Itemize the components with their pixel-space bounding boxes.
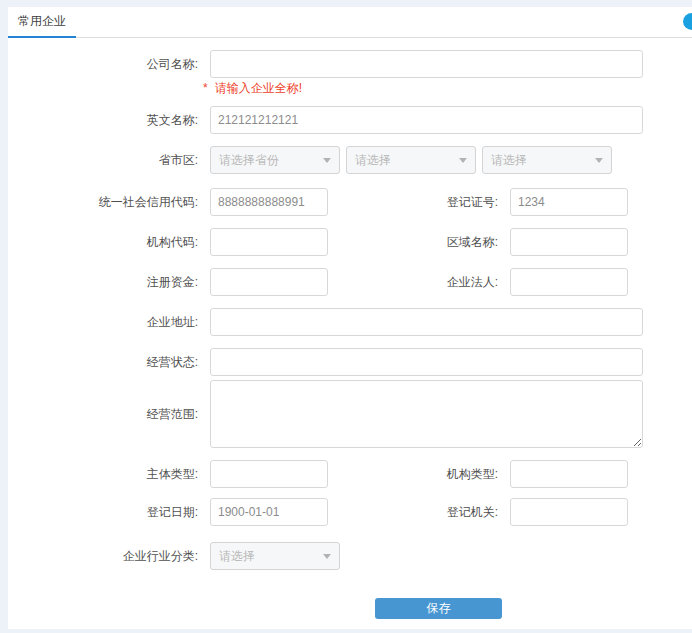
chevron-down-icon [459, 158, 467, 163]
industry-category-placeholder: 请选择 [219, 548, 255, 565]
district-select[interactable]: 请选择 [482, 146, 612, 174]
registration-date-label: 登记日期: [8, 504, 210, 521]
registered-capital-row: 注册资金: 企业法人: [8, 268, 692, 296]
business-scope-label: 经营范围: [8, 406, 210, 423]
subject-type-label: 主体类型: [8, 466, 210, 483]
industry-category-row: 企业行业分类: 请选择 [8, 542, 692, 570]
registered-capital-label: 注册资金: [8, 274, 210, 291]
registration-authority-input[interactable] [510, 498, 628, 526]
credit-code-row: 统一社会信用代码: 登记证号: [8, 188, 692, 216]
english-name-input[interactable] [210, 106, 643, 134]
registration-authority-label: 登记机关: [328, 504, 510, 521]
chevron-down-icon [595, 158, 603, 163]
legal-person-label: 企业法人: [328, 274, 510, 291]
business-status-label: 经营状态: [8, 354, 210, 371]
tab-bar: 常用企业 [8, 7, 692, 38]
company-name-row: 公司名称: [8, 50, 692, 78]
registration-no-input[interactable] [510, 188, 628, 216]
district-select-placeholder: 请选择 [491, 152, 527, 169]
registration-date-row: 登记日期: 登记机关: [8, 498, 692, 526]
chevron-down-icon [323, 554, 331, 559]
save-button[interactable]: 保存 [375, 598, 502, 619]
credit-code-input[interactable] [210, 188, 328, 216]
business-status-input[interactable] [210, 348, 643, 376]
registration-no-label: 登记证号: [328, 194, 510, 211]
area-name-label: 区域名称: [328, 234, 510, 251]
company-name-error: * 请输入企业全称! [8, 80, 692, 96]
company-name-error-text: 请输入企业全称! [215, 80, 302, 97]
business-scope-textarea[interactable] [210, 380, 643, 448]
province-select-placeholder: 请选择省份 [219, 152, 279, 169]
credit-code-label: 统一社会信用代码: [8, 194, 210, 211]
address-row: 企业地址: [8, 308, 692, 336]
enterprise-form-panel: 常用企业 公司名称: * 请输入企业全称! 英文名称: 省市区: 请选择省份 请… [8, 7, 692, 629]
subject-type-row: 主体类型: 机构类型: [8, 460, 692, 488]
company-name-input[interactable] [210, 50, 643, 78]
org-type-label: 机构类型: [328, 466, 510, 483]
chevron-down-icon [323, 158, 331, 163]
org-code-row: 机构代码: 区域名称: [8, 228, 692, 256]
subject-type-input[interactable] [210, 460, 328, 488]
industry-category-select[interactable]: 请选择 [210, 542, 340, 570]
area-name-input[interactable] [510, 228, 628, 256]
business-status-row: 经营状态: [8, 348, 692, 376]
province-select[interactable]: 请选择省份 [210, 146, 340, 174]
industry-category-label: 企业行业分类: [8, 548, 210, 565]
legal-person-input[interactable] [510, 268, 628, 296]
company-name-label: 公司名称: [8, 56, 210, 73]
org-type-input[interactable] [510, 460, 628, 488]
city-select-placeholder: 请选择 [355, 152, 391, 169]
org-code-label: 机构代码: [8, 234, 210, 251]
region-label: 省市区: [8, 152, 210, 169]
english-name-row: 英文名称: [8, 106, 692, 134]
business-scope-row: 经营范围: [8, 380, 692, 448]
required-star-icon: * [203, 81, 208, 95]
region-row: 省市区: 请选择省份 请选择 请选择 [8, 146, 692, 174]
city-select[interactable]: 请选择 [346, 146, 476, 174]
address-input[interactable] [210, 308, 643, 336]
address-label: 企业地址: [8, 314, 210, 331]
registration-date-input[interactable] [210, 498, 328, 526]
registered-capital-input[interactable] [210, 268, 328, 296]
english-name-label: 英文名称: [8, 112, 210, 129]
org-code-input[interactable] [210, 228, 328, 256]
tab-common-enterprise[interactable]: 常用企业 [8, 7, 76, 38]
